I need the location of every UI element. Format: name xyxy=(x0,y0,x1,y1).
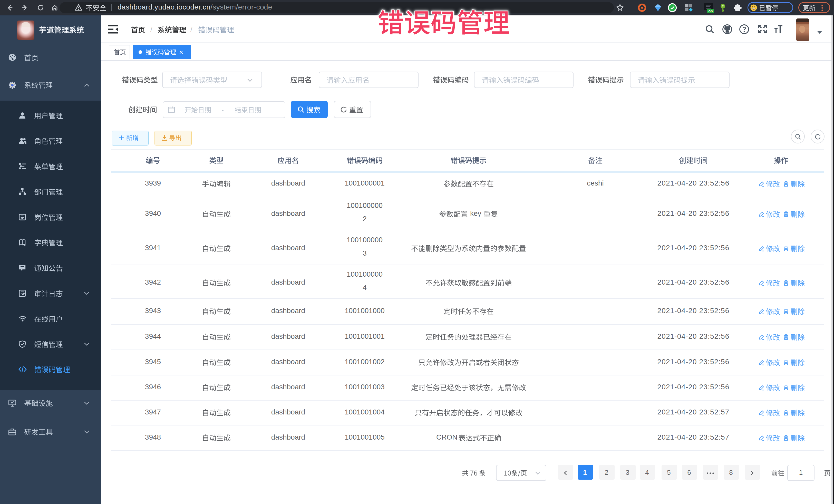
svg-text:on: on xyxy=(708,9,712,13)
